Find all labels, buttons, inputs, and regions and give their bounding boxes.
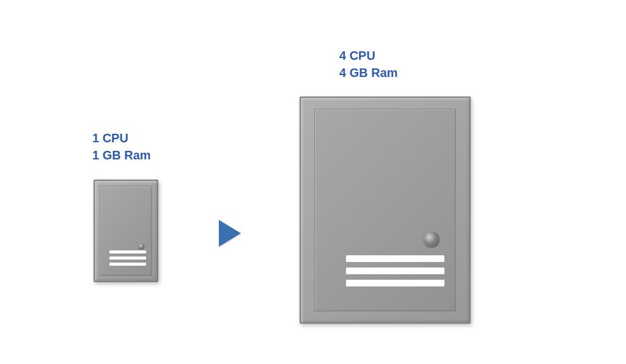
large-server-cpu-text: 4 CPU — [339, 47, 398, 64]
large-server-label: 4 CPU 4 GB Ram — [339, 47, 398, 81]
small-server-cpu-text: 1 CPU — [92, 129, 151, 147]
vent-lines — [109, 250, 146, 266]
large-server-face — [314, 109, 456, 311]
vent-line — [109, 263, 146, 266]
vent-line — [346, 268, 444, 274]
large-server-icon — [300, 96, 471, 324]
power-knob-icon — [139, 244, 144, 249]
vent-lines — [346, 250, 444, 286]
power-knob-icon — [424, 231, 440, 247]
vent-line — [109, 250, 146, 253]
small-server-face — [100, 186, 152, 276]
scaling-diagram: 1 CPU 1 GB Ram 4 CPU 4 GB Ram — [0, 0, 626, 364]
small-server-icon — [94, 180, 158, 282]
scale-up-arrow-icon — [219, 220, 241, 247]
small-server-ram-text: 1 GB Ram — [92, 147, 151, 164]
vent-line — [109, 257, 146, 260]
large-server-ram-text: 4 GB Ram — [339, 64, 398, 81]
small-server-label: 1 CPU 1 GB Ram — [92, 129, 151, 164]
vent-line — [346, 255, 444, 262]
vent-line — [346, 280, 444, 286]
